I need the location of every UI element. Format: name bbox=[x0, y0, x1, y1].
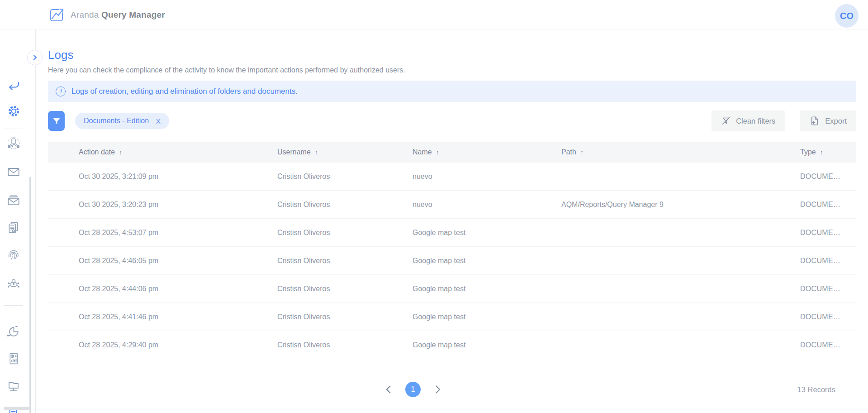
cell-type: DOCUMENT bbox=[800, 285, 843, 293]
back-arrow-icon bbox=[7, 80, 20, 92]
table-row[interactable]: Oct 28 2025, 4:44:06 pmCristisn Oliveros… bbox=[48, 275, 856, 303]
app-logo: Aranda Query Manager bbox=[47, 0, 165, 29]
user-avatar[interactable]: CO bbox=[835, 4, 859, 28]
cell-action-date: Oct 28 2025, 4:53:07 pm bbox=[79, 229, 277, 237]
cell-action-date: Oct 28 2025, 4:44:06 pm bbox=[79, 285, 277, 293]
filter-toolbar: Documents - Edition X Clean filters Expo… bbox=[48, 111, 856, 131]
cell-name: Google map test bbox=[413, 313, 561, 321]
sidebar-item-analytics[interactable] bbox=[6, 324, 21, 339]
chevron-right-icon bbox=[32, 54, 38, 61]
records-count: 13 Records bbox=[797, 379, 835, 400]
sort-asc-icon: ↑ bbox=[315, 149, 318, 156]
main-content: Logs Here you can check the compliance o… bbox=[48, 29, 856, 400]
sidebar-item-fingerprint[interactable] bbox=[6, 247, 21, 262]
cell-type: DOCUMENT bbox=[800, 229, 843, 237]
export-file-icon bbox=[809, 115, 820, 126]
column-label: Username bbox=[277, 148, 311, 156]
info-banner: Logs of creation, editing and eliminatio… bbox=[48, 81, 856, 102]
mail-stack-icon bbox=[6, 193, 21, 207]
report-icon bbox=[6, 351, 21, 366]
clean-filters-label: Clean filters bbox=[736, 117, 775, 125]
sort-asc-icon: ↑ bbox=[119, 149, 122, 156]
fingerprint-icon bbox=[6, 247, 21, 262]
sidebar-item-security[interactable] bbox=[6, 276, 21, 291]
cell-username: Cristisn Oliveros bbox=[277, 173, 413, 181]
cell-action-date: Oct 30 2025, 3:21:09 pm bbox=[79, 173, 277, 181]
cell-type: DOCUMENT bbox=[800, 341, 843, 349]
table-row[interactable]: Oct 28 2025, 4:46:05 pmCristisn Oliveros… bbox=[48, 247, 856, 275]
cell-type: DOCUMENT bbox=[800, 201, 843, 209]
sidebar-expand-button[interactable] bbox=[27, 50, 43, 65]
pagination-prev-button[interactable] bbox=[384, 384, 393, 395]
sidebar-item-mail[interactable] bbox=[6, 165, 21, 179]
table-row[interactable]: Oct 28 2025, 4:53:07 pmCristisn Oliveros… bbox=[48, 219, 856, 247]
filter-button[interactable] bbox=[48, 111, 65, 131]
cell-type: DOCUMENT bbox=[800, 173, 843, 181]
table-row[interactable]: Oct 30 2025, 3:20:23 pmCristisn Oliveros… bbox=[48, 191, 856, 219]
cell-username: Cristisn Oliveros bbox=[277, 285, 413, 293]
cell-username: Cristisn Oliveros bbox=[277, 313, 413, 321]
pagination-page-1[interactable]: 1 bbox=[405, 382, 421, 397]
cell-name: Google map test bbox=[413, 285, 561, 293]
sidebar-vertical-scrollbar[interactable] bbox=[29, 177, 31, 413]
table-body: Oct 30 2025, 3:21:09 pmCristisn Oliveros… bbox=[48, 163, 856, 359]
sidebar-item-approvals[interactable] bbox=[6, 136, 21, 151]
cell-name: Google map test bbox=[413, 257, 561, 265]
logs-table: Action date ↑ Username ↑ Name ↑ Path ↑ T… bbox=[48, 142, 856, 359]
sidebar-item-mail-stack[interactable] bbox=[6, 193, 21, 207]
column-header-name[interactable]: Name ↑ bbox=[413, 148, 561, 156]
export-button[interactable]: Export bbox=[800, 110, 856, 131]
sidebar-item-directory[interactable] bbox=[6, 379, 21, 393]
cell-name: Google map test bbox=[413, 341, 561, 349]
sidebar-divider bbox=[4, 129, 23, 129]
column-label: Path bbox=[561, 148, 576, 156]
chevron-left-icon bbox=[385, 385, 391, 394]
table-header-row: Action date ↑ Username ↑ Name ↑ Path ↑ T… bbox=[48, 142, 856, 163]
column-header-type[interactable]: Type ↑ bbox=[800, 148, 843, 156]
sort-asc-icon: ↑ bbox=[820, 149, 823, 156]
sidebar-item-settings[interactable] bbox=[6, 104, 21, 118]
clean-filters-button[interactable]: Clean filters bbox=[711, 110, 785, 131]
sort-asc-icon: ↑ bbox=[580, 149, 583, 156]
clean-filter-icon bbox=[721, 116, 731, 126]
cell-action-date: Oct 28 2025, 4:46:05 pm bbox=[79, 257, 277, 265]
cell-name: nuevo bbox=[413, 201, 561, 209]
filter-chip-label: Documents - Edition bbox=[84, 117, 149, 125]
sidebar-horizontal-scrollbar[interactable] bbox=[4, 407, 29, 410]
mail-icon bbox=[6, 165, 21, 179]
cell-username: Cristisn Oliveros bbox=[277, 257, 413, 265]
filter-chip[interactable]: Documents - Edition X bbox=[75, 113, 169, 129]
cell-action-date: Oct 28 2025, 4:29:40 pm bbox=[79, 341, 277, 349]
sidebar-item-reports[interactable] bbox=[6, 351, 21, 366]
column-header-path[interactable]: Path ↑ bbox=[561, 148, 800, 156]
pagination-zone: 1 13 Records bbox=[48, 379, 856, 400]
cell-action-date: Oct 28 2025, 4:41:46 pm bbox=[79, 313, 277, 321]
pagination-next-button[interactable] bbox=[433, 384, 442, 395]
page-description: Here you can check the compliance of the… bbox=[48, 66, 856, 74]
funnel-icon bbox=[52, 116, 61, 125]
directory-icon bbox=[6, 379, 21, 394]
sidebar-item-back[interactable] bbox=[6, 79, 21, 93]
sidebar-divider bbox=[4, 305, 23, 306]
export-label: Export bbox=[825, 117, 847, 125]
table-row[interactable]: Oct 30 2025, 3:21:09 pmCristisn Oliveros… bbox=[48, 163, 856, 191]
security-lock-icon bbox=[6, 276, 21, 291]
table-row[interactable]: Oct 28 2025, 4:41:46 pmCristisn Oliveros… bbox=[48, 303, 856, 331]
column-header-action-date[interactable]: Action date ↑ bbox=[79, 148, 277, 156]
documents-icon bbox=[6, 221, 21, 235]
cell-username: Cristisn Oliveros bbox=[277, 341, 413, 349]
column-label: Name bbox=[413, 148, 432, 156]
chip-close-icon[interactable]: X bbox=[156, 117, 161, 125]
sidebar-item-documents[interactable] bbox=[6, 221, 21, 235]
cell-name: nuevo bbox=[413, 173, 561, 181]
info-icon bbox=[56, 86, 66, 96]
column-label: Action date bbox=[79, 148, 115, 156]
logo-chart-icon bbox=[47, 6, 66, 24]
table-row[interactable]: Oct 28 2025, 4:29:40 pmCristisn Oliveros… bbox=[48, 331, 856, 359]
pagination: 1 bbox=[384, 379, 442, 400]
brand-regular: Aranda bbox=[71, 10, 99, 19]
cell-type: DOCUMENT bbox=[800, 313, 843, 321]
column-label: Type bbox=[800, 148, 816, 156]
sidebar bbox=[0, 29, 36, 413]
column-header-username[interactable]: Username ↑ bbox=[277, 148, 413, 156]
